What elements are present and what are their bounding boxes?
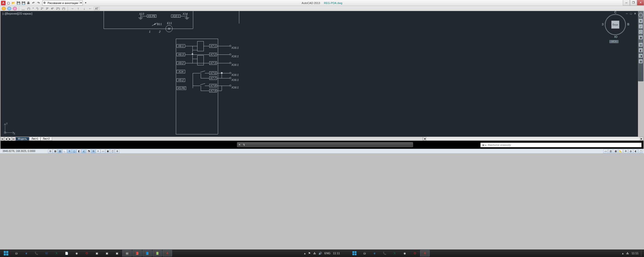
nav-extra-2[interactable]: ◧ bbox=[639, 48, 643, 52]
cmd-close-icon[interactable]: ✕ bbox=[237, 143, 242, 146]
arrow-up-icon[interactable]: ↑ bbox=[76, 7, 81, 11]
chevron-down-icon[interactable]: ▼ bbox=[79, 2, 83, 4]
command-hint[interactable]: ▣ ▸ Введите команду bbox=[480, 143, 641, 147]
sb-osnap[interactable]: ◻ bbox=[72, 149, 76, 153]
model-viewport[interactable]: [–][Верхняя][2D каркас] ─ □ ✕ X13 X5:PE … bbox=[1, 11, 638, 137]
tray2-caret-icon[interactable]: ▴ bbox=[622, 252, 624, 255]
tb2-dialer-icon[interactable]: 📞 bbox=[380, 250, 389, 256]
sb-lwt[interactable]: ≡ bbox=[96, 149, 100, 153]
qat-save-icon[interactable]: 💾 bbox=[16, 1, 21, 5]
qat-new-icon[interactable]: ▢ bbox=[6, 1, 11, 5]
tb-explorer-icon[interactable]: 🗂 bbox=[12, 250, 21, 256]
qat-saveas-icon[interactable]: 💾 bbox=[21, 1, 26, 5]
tab-model[interactable]: Модель bbox=[16, 137, 29, 141]
tb2-start[interactable] bbox=[350, 250, 359, 256]
tray-vol-icon[interactable]: 🔊 bbox=[318, 252, 322, 255]
restore-button[interactable]: ❐ bbox=[630, 0, 637, 6]
layout-prev-icon[interactable]: ◀ bbox=[4, 137, 8, 141]
ribbon-btn-3[interactable] bbox=[13, 7, 17, 11]
tb2-explorer-icon[interactable]: 🗂 bbox=[360, 250, 369, 256]
tb2-autocad-icon[interactable]: A bbox=[420, 250, 430, 256]
arrow-down-icon[interactable]: ↓ bbox=[82, 7, 87, 11]
nav-extra-3[interactable]: ◨ bbox=[639, 54, 643, 58]
qat-undo-icon[interactable]: ↶ bbox=[31, 1, 36, 5]
tray-net-icon[interactable]: 🖧 bbox=[313, 252, 316, 255]
sb-annoscale[interactable]: 📐 bbox=[618, 149, 623, 153]
sb-polar[interactable]: ✛ bbox=[67, 149, 72, 153]
arrow-left-icon[interactable]: ← bbox=[88, 7, 93, 11]
rb-t0[interactable]: (*) bbox=[26, 7, 31, 10]
view-cube[interactable]: Верх С Ю В З МСК bbox=[603, 12, 628, 37]
tb-chrome-icon[interactable]: ◉ bbox=[72, 250, 82, 256]
zoom-extents-icon[interactable]: ⤢ bbox=[639, 24, 643, 28]
tb2-chrome-icon[interactable]: ◉ bbox=[400, 250, 410, 256]
sb-ortho[interactable]: ∟ bbox=[62, 149, 67, 153]
rb-t7[interactable]: (*) bbox=[61, 7, 66, 10]
viewcube-south[interactable]: Ю bbox=[614, 35, 617, 39]
viewcube-csys[interactable]: МСК bbox=[609, 40, 619, 43]
pan-icon[interactable]: ✥ bbox=[639, 19, 643, 23]
tb-tc-icon[interactable]: ▤ bbox=[122, 250, 132, 256]
h-scrollbar[interactable]: ◀ ▶ bbox=[423, 137, 643, 141]
sb-3dosnap[interactable]: ◧ bbox=[77, 149, 81, 153]
tb-ie-icon[interactable]: e bbox=[22, 250, 31, 256]
rb-at[interactable]: AT bbox=[94, 7, 100, 10]
close-button[interactable]: ✕ bbox=[637, 0, 644, 6]
vp-close-icon[interactable]: ✕ bbox=[633, 12, 636, 15]
layout-next-icon[interactable]: ▶ bbox=[8, 137, 12, 141]
qat-redo-icon[interactable]: ↷ bbox=[36, 1, 41, 5]
tb-acrobat-icon[interactable]: 📕 bbox=[132, 250, 142, 256]
tray2-time[interactable]: 11:11 bbox=[631, 252, 638, 255]
ribbon-btn-1[interactable] bbox=[2, 7, 6, 11]
sb-modelspace[interactable]: ▭ bbox=[603, 149, 608, 153]
sb-snap[interactable]: ▦ bbox=[53, 149, 57, 153]
viewport-label[interactable]: [–][Верхняя][2D каркас] bbox=[3, 12, 32, 15]
sb-grid[interactable]: ▤ bbox=[58, 149, 62, 153]
start-button[interactable] bbox=[1, 250, 11, 256]
tab-sheet2[interactable]: Лист2 bbox=[41, 137, 52, 141]
layout-last-icon[interactable]: ⏭ bbox=[12, 137, 16, 141]
sb-sc[interactable]: ◫ bbox=[110, 149, 115, 153]
tb-autocad-icon[interactable]: A bbox=[163, 250, 172, 256]
tb-word-icon[interactable]: W bbox=[42, 250, 51, 256]
tb2-excel-icon[interactable]: X bbox=[390, 250, 399, 256]
sb-cleanscreen[interactable]: ▢ bbox=[638, 149, 643, 153]
qat-open-icon[interactable]: 📂 bbox=[11, 1, 16, 5]
sb-tpy[interactable]: ▭ bbox=[101, 149, 105, 153]
sb-ducs[interactable]: ⬔ bbox=[86, 149, 91, 153]
tb-app3-icon[interactable]: ▣ bbox=[112, 250, 122, 256]
qat-plot-icon[interactable]: 🖶 bbox=[26, 1, 31, 5]
tb2-opera-icon[interactable]: O bbox=[410, 250, 420, 256]
sb-infer[interactable]: ⊞ bbox=[48, 149, 53, 153]
tray-time[interactable]: 11:11 bbox=[333, 252, 340, 255]
tb2-ie-icon[interactable]: e bbox=[370, 250, 379, 256]
viewcube-west[interactable]: З bbox=[602, 23, 604, 26]
tab-sheet1[interactable]: Лист1 bbox=[29, 137, 41, 141]
rb-t1[interactable]: * bbox=[32, 7, 34, 10]
command-input[interactable]: ✕ ↯ bbox=[237, 142, 413, 147]
scroll-right-icon[interactable]: ▶ bbox=[640, 137, 643, 140]
sb-qp[interactable]: ▣ bbox=[105, 149, 110, 153]
tray2-net-icon[interactable]: 🖧 bbox=[626, 252, 629, 255]
viewcube-north[interactable]: С bbox=[614, 11, 617, 14]
tb-app1-icon[interactable]: ▣ bbox=[92, 250, 102, 256]
steering-wheel-icon[interactable] bbox=[638, 13, 643, 17]
tb-app2-icon[interactable]: ▣ bbox=[102, 250, 112, 256]
rb-t5[interactable]: 4* bbox=[50, 7, 54, 10]
viewcube-top-face[interactable]: Верх bbox=[611, 21, 619, 29]
rb-t4[interactable]: 3* bbox=[45, 7, 49, 10]
rb-t2[interactable]: *) bbox=[35, 7, 39, 10]
sb-otrack[interactable]: ∠ bbox=[82, 149, 86, 153]
orbit-icon[interactable]: ◯ bbox=[639, 30, 643, 34]
nav-extra-4[interactable]: ▦ bbox=[639, 59, 643, 63]
scroll-left-icon[interactable]: ◀ bbox=[423, 137, 426, 140]
rb-t3[interactable]: 2* bbox=[40, 7, 44, 10]
sb-hw[interactable]: ◍ bbox=[628, 149, 633, 153]
cmd-wrench-icon[interactable]: ↯ bbox=[242, 143, 246, 146]
showmotion-icon[interactable]: ▣ bbox=[639, 35, 643, 39]
arrow-right-icon[interactable]: → bbox=[70, 7, 75, 11]
viewcube-east[interactable]: В bbox=[627, 23, 629, 26]
tb-dialer-icon[interactable]: 📞 bbox=[32, 250, 41, 256]
sb-isolate[interactable]: ◐ bbox=[633, 149, 638, 153]
vp-max-icon[interactable]: □ bbox=[629, 12, 632, 15]
